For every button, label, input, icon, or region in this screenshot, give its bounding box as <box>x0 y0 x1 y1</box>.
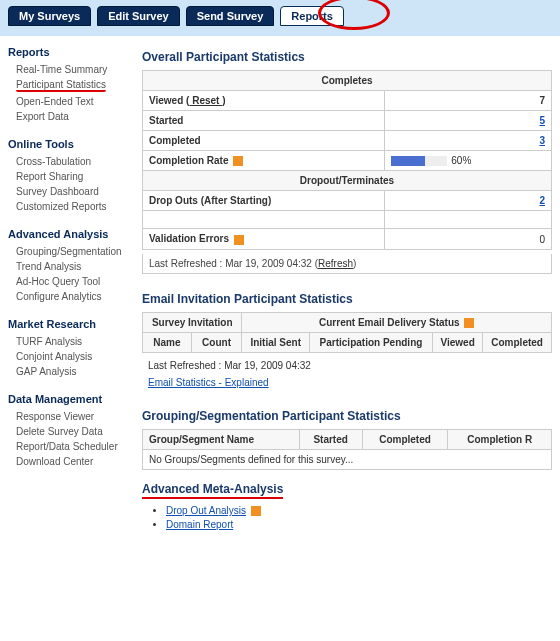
tab-send-survey[interactable]: Send Survey <box>186 6 275 26</box>
grouping-table: Group/Segment Name Started Completed Com… <box>142 429 552 470</box>
overall-title: Overall Participant Statistics <box>142 50 552 64</box>
completes-header: Completes <box>143 71 552 91</box>
sidebar-item-trend[interactable]: Trend Analysis <box>8 259 132 274</box>
tab-edit-survey[interactable]: Edit Survey <box>97 6 180 26</box>
sidebar-item-download-center[interactable]: Download Center <box>8 454 132 469</box>
grouping-col-name: Group/Segment Name <box>143 430 300 450</box>
sidebar: Reports Real-Time Summary Participant St… <box>8 46 142 533</box>
cr-label: Completion Rate <box>143 151 385 171</box>
grouping-col-cr: Completion R <box>448 430 552 450</box>
email-col-initial: Initial Sent <box>242 333 310 353</box>
blank-row-value <box>385 211 552 229</box>
email-table: Survey Invitation Current Email Delivery… <box>142 312 552 353</box>
sidebar-head-online-tools[interactable]: Online Tools <box>8 138 132 150</box>
sidebar-item-realtime[interactable]: Real-Time Summary <box>8 62 132 77</box>
help-icon[interactable] <box>251 506 261 516</box>
overall-refresh-line: Last Refreshed : Mar 19, 2009 04:32 (Ref… <box>142 254 552 274</box>
sidebar-item-report-sharing[interactable]: Report Sharing <box>8 169 132 184</box>
reset-link[interactable]: Reset <box>189 95 222 106</box>
help-icon[interactable] <box>234 235 244 245</box>
sidebar-item-customized-reports[interactable]: Customized Reports <box>8 199 132 214</box>
cr-text: 60% <box>451 155 471 166</box>
sidebar-item-turf[interactable]: TURF Analysis <box>8 334 132 349</box>
sidebar-item-grouping[interactable]: Grouping/Segmentation <box>8 244 132 259</box>
viewed-label: Viewed ( Reset ) <box>143 91 385 111</box>
dropout-header: Dropout/Terminates <box>143 171 552 191</box>
email-col-completed: Completed <box>483 333 552 353</box>
sidebar-item-adhoc[interactable]: Ad-Hoc Query Tool <box>8 274 132 289</box>
grouping-title: Grouping/Segmentation Participant Statis… <box>142 409 552 423</box>
link-domain-report[interactable]: Domain Report <box>166 519 233 530</box>
sidebar-head-reports[interactable]: Reports <box>8 46 132 58</box>
email-curr-status: Current Email Delivery Status <box>242 312 552 332</box>
valerr-value: 0 <box>385 229 552 249</box>
email-col-name: Name <box>143 333 192 353</box>
sidebar-item-response-viewer[interactable]: Response Viewer <box>8 409 132 424</box>
sidebar-item-survey-dashboard[interactable]: Survey Dashboard <box>8 184 132 199</box>
dropouts-label: Drop Outs (After Starting) <box>143 191 385 211</box>
cr-bar <box>391 156 447 166</box>
email-col-pending: Participation Pending <box>309 333 432 353</box>
completed-label: Completed <box>143 131 385 151</box>
grouping-col-completed: Completed <box>362 430 448 450</box>
email-col-count: Count <box>191 333 242 353</box>
tab-my-surveys[interactable]: My Surveys <box>8 6 91 26</box>
tab-reports[interactable]: Reports <box>280 6 344 26</box>
valerr-label: Validation Errors <box>143 229 385 249</box>
sidebar-head-data-mgmt[interactable]: Data Management <box>8 393 132 405</box>
email-title: Email Invitation Participant Statistics <box>142 292 552 306</box>
grouping-empty: No Groups/Segments defined for this surv… <box>143 450 552 470</box>
sidebar-head-advanced-analysis[interactable]: Advanced Analysis <box>8 228 132 240</box>
dropouts-value-link[interactable]: 2 <box>539 195 545 206</box>
sidebar-item-scheduler[interactable]: Report/Data Scheduler <box>8 439 132 454</box>
help-icon[interactable] <box>233 156 243 166</box>
help-icon[interactable] <box>464 318 474 328</box>
email-col-viewed: Viewed <box>433 333 483 353</box>
grouping-col-started: Started <box>299 430 362 450</box>
refresh-link[interactable]: Refresh <box>318 258 353 269</box>
sidebar-item-gap[interactable]: GAP Analysis <box>8 364 132 379</box>
email-survey-inv: Survey Invitation <box>143 312 242 332</box>
overall-table: Completes Viewed ( Reset ) 7 Started 5 C… <box>142 70 552 250</box>
link-dropout-analysis[interactable]: Drop Out Analysis <box>166 505 246 516</box>
started-label: Started <box>143 111 385 131</box>
viewed-value: 7 <box>385 91 552 111</box>
started-value-link[interactable]: 5 <box>539 115 545 126</box>
sidebar-item-conjoint[interactable]: Conjoint Analysis <box>8 349 132 364</box>
email-refreshed: Last Refreshed : Mar 19, 2009 04:32 <box>142 357 552 374</box>
sidebar-item-delete-data[interactable]: Delete Survey Data <box>8 424 132 439</box>
meta-title: Advanced Meta-Analysis <box>142 482 552 499</box>
sidebar-item-crosstab[interactable]: Cross-Tabulation <box>8 154 132 169</box>
sidebar-item-config-analytics[interactable]: Configure Analytics <box>8 289 132 304</box>
completed-value-link[interactable]: 3 <box>539 135 545 146</box>
sidebar-item-participant-stats[interactable]: Participant Statistics <box>8 77 132 94</box>
sidebar-head-market-research[interactable]: Market Research <box>8 318 132 330</box>
sidebar-item-open-ended[interactable]: Open-Ended Text <box>8 94 132 109</box>
blank-row-label <box>143 211 385 229</box>
sidebar-item-export[interactable]: Export Data <box>8 109 132 124</box>
email-explained-link[interactable]: Email Statistics - Explained <box>148 377 269 388</box>
